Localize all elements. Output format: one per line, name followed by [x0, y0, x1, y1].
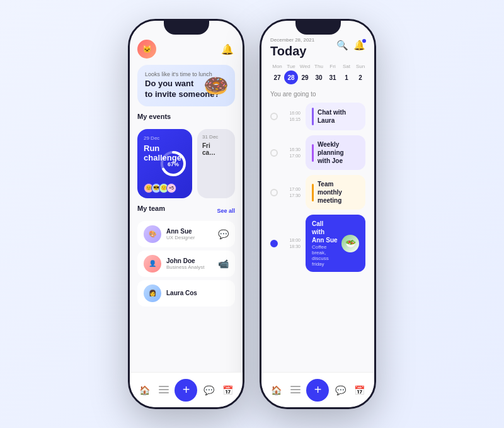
team-header: My team See all [137, 205, 235, 217]
team-member-john[interactable]: 👤 John Doe Business Analyst 📹 [137, 251, 235, 277]
event-circle-1 [270, 113, 278, 120]
phone-screen-right: December 28, 2021 Today 🔍 🔔 Mon 27 [261, 21, 374, 407]
ann-avatar: 🎨 [144, 225, 161, 243]
laura-info: Laura Cos [166, 290, 229, 296]
event-title-meeting: Team monthlymeeting [318, 180, 359, 205]
events-label: My events [137, 113, 171, 120]
events-row: 29 Dec Runchallenge 67% 😊 😎 🙂 +5 [137, 129, 235, 198]
cal-day-tue[interactable]: Tue 28 [284, 64, 298, 84]
phone2-header: December 28, 2021 Today 🔍 🔔 [270, 37, 365, 59]
phone-right: December 28, 2021 Today 🔍 🔔 Mon 27 [260, 19, 376, 409]
event-date-1: 29 Dec [144, 135, 186, 141]
event-card-run[interactable]: 29 Dec Runchallenge 67% 😊 😎 🙂 +5 [137, 129, 192, 198]
event-call-ann[interactable]: 18:0018:30 Call with Ann Sue Coffee brea… [270, 215, 365, 272]
ann-message-icon[interactable]: 💬 [218, 229, 229, 239]
svg-rect-5 [159, 392, 169, 393]
event-circle-4 [270, 240, 278, 247]
john-avatar: 👤 [144, 255, 161, 273]
user-avatar[interactable]: 🐱 [137, 40, 156, 59]
cal-day-mon[interactable]: Mon 27 [270, 64, 284, 84]
event-title-laura: Chat with Laura [318, 108, 359, 125]
bell-wrap: 🔔 [353, 40, 365, 51]
nav-home-right[interactable]: 🏠 [268, 382, 284, 398]
event-time-3: 17:0017:30 [283, 186, 301, 199]
ann-info: Ann Sue UX Designer [166, 228, 213, 240]
john-video-icon[interactable]: 📹 [218, 259, 229, 269]
event-bar-1 [312, 108, 314, 125]
ann-name: Ann Sue [166, 228, 213, 235]
phone-left: 🐱 🔔 Looks like it's time to lunch Do you… [128, 19, 244, 409]
nav-calendar-left[interactable]: 📅 [220, 382, 236, 398]
mini-avatar-more: +5 [166, 183, 176, 193]
team-member-laura[interactable]: 👩 Laura Cos [137, 280, 235, 307]
cal-day-sat[interactable]: Sat 1 [340, 64, 353, 84]
events-header: My events [137, 113, 235, 125]
event-circle-2 [270, 149, 278, 157]
event-date-2: 31 Dec [202, 134, 230, 140]
phone1-header: 🐱 🔔 [137, 40, 235, 59]
svg-rect-6 [290, 386, 301, 387]
progress-circle: 67% [159, 150, 187, 177]
cal-day-wed[interactable]: Wed 29 [298, 64, 312, 84]
event-title-joe: Weekly planningwith Joe [318, 140, 359, 165]
event-title-2: Frica… [202, 142, 230, 156]
date-label: December 28, 2021 [270, 37, 314, 43]
john-name: John Doe [166, 257, 213, 264]
event-card-laura: Chat with Laura [306, 103, 365, 130]
nav-plus-left[interactable]: + [175, 379, 197, 402]
nav-calendar-right[interactable]: 📅 [352, 382, 368, 398]
phone-screen-left: 🐱 🔔 Looks like it's time to lunch Do you… [130, 21, 243, 407]
event-weekly-joe[interactable]: 16:3017:00 Weekly planningwith Joe [270, 135, 365, 170]
bell-icon[interactable]: 🔔 [220, 42, 235, 57]
going-label: You are going to [270, 91, 365, 98]
svg-rect-4 [159, 389, 169, 390]
event-sub-ann: Coffee break, discuss friday [312, 244, 338, 267]
bottom-nav-left: 🏠 + 💬 📅 [130, 372, 243, 407]
svg-rect-3 [159, 386, 169, 387]
event-time-2: 16:3017:00 [283, 147, 301, 159]
event-chat-laura[interactable]: 16:0016:15 Chat with Laura [270, 103, 365, 130]
today-title: Today [270, 44, 314, 59]
event-team-meeting[interactable]: 17:0017:30 Team monthlymeeting [270, 175, 365, 210]
nav-home-left[interactable]: 🏠 [136, 382, 152, 398]
laura-name: Laura Cos [166, 290, 229, 296]
team-member-ann[interactable]: 🎨 Ann Sue UX Designer 💬 [137, 221, 235, 247]
nav-list-right[interactable] [287, 382, 304, 398]
phone-notch-left [164, 21, 209, 35]
event-card-ann: Call with Ann Sue Coffee break, discuss … [306, 215, 365, 272]
nav-plus-right[interactable]: + [306, 379, 329, 402]
svg-text:67%: 67% [168, 161, 179, 167]
event-time-1: 16:0016:15 [283, 110, 301, 123]
search-icon[interactable]: 🔍 [336, 40, 348, 51]
date-group: December 28, 2021 Today [270, 37, 314, 59]
avatars-row: 😊 😎 🙂 +5 [144, 183, 176, 193]
event-bar-3 [312, 184, 314, 201]
event-time-4: 18:0018:30 [283, 237, 301, 250]
ann-event-avatar: 🥗 [341, 235, 359, 252]
svg-rect-8 [290, 392, 301, 393]
nav-list-left[interactable] [156, 382, 172, 398]
cal-day-thu[interactable]: Thu 30 [312, 64, 326, 84]
ann-role: UX Designer [166, 235, 213, 240]
phone-notch-right [295, 21, 341, 35]
lunch-card[interactable]: Looks like it's time to lunch Do you wan… [137, 65, 235, 106]
see-all-link[interactable]: See all [217, 208, 235, 214]
nav-chat-left[interactable]: 💬 [200, 382, 217, 398]
cal-day-sun[interactable]: Sun 2 [353, 64, 367, 84]
cal-day-fri[interactable]: Fri 31 [326, 64, 340, 84]
donut-icon: 🍩 [203, 74, 229, 98]
calendar-strip: Mon 27 Tue 28 Wed 29 Thu 30 Fri 31 [270, 64, 365, 84]
laura-avatar: 👩 [144, 284, 161, 302]
bottom-nav-right: 🏠 + 💬 📅 [261, 372, 374, 407]
event-card-fri[interactable]: 31 Dec Frica… [197, 129, 235, 198]
john-role: Business Analyst [166, 264, 213, 270]
header-icons: 🔍 🔔 [336, 40, 365, 51]
john-info: John Doe Business Analyst [166, 257, 213, 270]
team-label: My team [137, 205, 165, 212]
nav-chat-right[interactable]: 💬 [332, 382, 348, 398]
svg-rect-7 [290, 389, 301, 390]
event-card-meeting: Team monthlymeeting [306, 175, 365, 210]
event-circle-3 [270, 189, 278, 196]
event-bar-2 [312, 144, 314, 162]
event-card-joe: Weekly planningwith Joe [306, 135, 365, 170]
